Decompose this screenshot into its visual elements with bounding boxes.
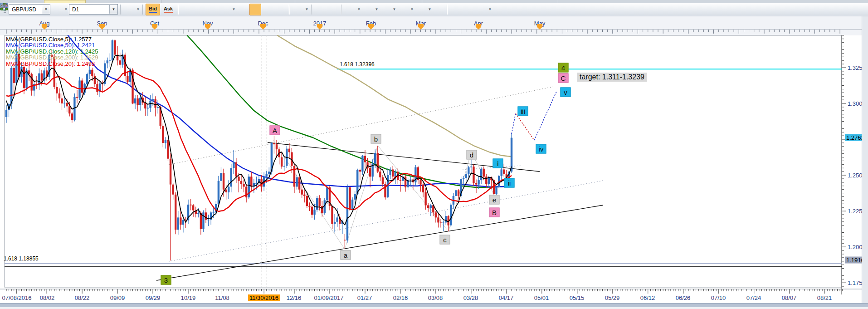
date-label-05-01: 05/01 <box>534 294 549 301</box>
wave-label-ii[interactable]: ii <box>504 178 515 188</box>
wave-label-4[interactable]: 4 <box>558 63 569 73</box>
wave-label-3[interactable]: 3 <box>161 275 171 285</box>
date-label-12-16: 12/16 <box>287 294 302 301</box>
date-label-01-09-2017: 01/09/2017 <box>314 294 343 301</box>
date-label-09-29: 09/29 <box>146 294 161 301</box>
date-label-06-12: 06/12 <box>640 294 655 301</box>
fib-label-1[interactable]: 1.618 1.18855 <box>4 255 39 262</box>
date-label-11-08: 11/08 <box>215 294 229 301</box>
date-label-01-27: 01/27 <box>357 294 372 301</box>
target-label[interactable]: target: 1.311-1.3239 <box>577 73 647 82</box>
bottom-margin <box>0 307 868 309</box>
date-label-07-08-2016: 07/08/2016 <box>2 294 31 301</box>
date-label-11-30-2016: 11/30/2016 <box>248 294 280 301</box>
date-label-10-19: 10/19 <box>181 294 196 301</box>
date-label-09-09: 09/09 <box>110 294 125 301</box>
date-label-06-26: 06/26 <box>676 294 691 301</box>
date-label-08-02: 08/02 <box>40 294 55 301</box>
date-label-07-24: 07/24 <box>746 294 761 301</box>
date-label-03-08: 03/08 <box>428 294 443 301</box>
date-label-05-29: 05/29 <box>605 294 620 301</box>
wave-label-C[interactable]: C <box>558 74 569 83</box>
date-label-05-15: 05/15 <box>570 294 585 301</box>
vertical-scrollbar[interactable] <box>862 16 868 304</box>
date-label-08-21: 08/21 <box>817 294 832 301</box>
date-label-08-22: 08/22 <box>75 294 90 301</box>
date-label-02-16: 02/16 <box>393 294 408 301</box>
wave-label-c[interactable]: c <box>440 235 450 245</box>
date-label-08-07: 08/07 <box>782 294 797 301</box>
wave-label-v[interactable]: v <box>561 88 571 97</box>
wave-label-B[interactable]: B <box>489 208 500 217</box>
trading-station-window: GBP/USD ▼ ▼ D1 ▼ ▼ Bid Ask ▼ <box>0 0 868 309</box>
wave-label-A[interactable]: A <box>270 126 280 135</box>
wave-label-iii[interactable]: iii <box>518 107 528 116</box>
date-label-03-28: 03/28 <box>463 294 478 301</box>
wave-label-i[interactable]: i <box>493 159 503 168</box>
wave-label-d[interactable]: d <box>467 150 477 160</box>
date-label-07-10: 07/10 <box>711 294 726 301</box>
date-label-04-17: 04/17 <box>499 294 514 301</box>
fib-label-0[interactable]: 1.618 1.32396 <box>340 61 375 68</box>
wave-label-b[interactable]: b <box>371 134 381 144</box>
wave-label-iv[interactable]: iv <box>536 144 546 154</box>
wave-label-e[interactable]: e <box>489 195 500 205</box>
legend-item[interactable]: MVA(GBP/USD.Close,20): 1.2498 <box>6 60 95 67</box>
chart-canvas[interactable] <box>0 0 868 309</box>
wave-label-a[interactable]: a <box>341 250 351 260</box>
